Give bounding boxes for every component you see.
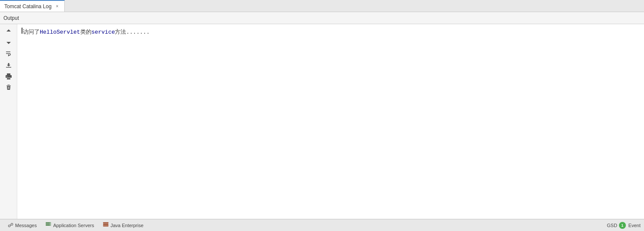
java-enterprise-icon: [103, 222, 109, 229]
toolbar: Output: [0, 12, 644, 24]
cursor: [22, 28, 22, 34]
status-bar: ☍ Messages Application Servers Java Ente…: [0, 219, 644, 231]
svg-rect-0: [6, 67, 11, 68]
scroll-down-button[interactable]: [3, 37, 15, 47]
output-area: 访问了 HelloServlet 类的 service 方法.......: [17, 24, 644, 219]
gsd-label: GSD: [607, 223, 617, 228]
trash-icon: [5, 84, 12, 91]
messages-label: Messages: [15, 223, 37, 228]
sidebar-actions: [0, 24, 17, 219]
output-text-highlight2: service: [92, 28, 115, 37]
output-line-1: 访问了 HelloServlet 类的 service 方法.......: [22, 28, 640, 37]
tab-label: Tomcat Catalina Log: [4, 3, 51, 9]
app-servers-label: Application Servers: [53, 223, 94, 228]
app-servers-status-item[interactable]: Application Servers: [41, 219, 98, 231]
svg-rect-6: [103, 224, 108, 225]
output-text-before: 访问了: [23, 28, 40, 37]
svg-rect-7: [103, 225, 108, 227]
scroll-up-button[interactable]: [3, 26, 15, 36]
messages-status-item[interactable]: ☍ Messages: [3, 219, 41, 231]
print-button[interactable]: [3, 71, 15, 81]
tab-close-button[interactable]: ×: [54, 3, 60, 9]
wrap-icon: [5, 50, 12, 57]
output-text-after: 方法.......: [115, 28, 150, 37]
wrap-button[interactable]: [3, 48, 15, 59]
svg-rect-5: [103, 222, 108, 224]
output-text-highlight1: HelloServlet: [40, 28, 80, 37]
java-enterprise-label: Java Enterprise: [110, 223, 143, 228]
svg-point-3: [50, 223, 51, 224]
status-bar-right: GSD 1 Event: [607, 222, 641, 229]
content-area: 访问了 HelloServlet 类的 service 方法.......: [0, 24, 644, 219]
clear-button[interactable]: [3, 82, 15, 92]
messages-icon: ☍: [8, 222, 13, 228]
save-icon: [5, 61, 12, 68]
print-icon: [5, 73, 12, 79]
tab-tomcat-catalina-log[interactable]: Tomcat Catalina Log ×: [0, 0, 65, 12]
arrow-down-icon: [5, 39, 12, 46]
tab-bar: Tomcat Catalina Log ×: [0, 0, 644, 12]
java-enterprise-status-item[interactable]: Java Enterprise: [98, 219, 148, 231]
app-servers-icon: [45, 222, 51, 229]
event-label: Event: [628, 223, 641, 228]
arrow-up-icon: [5, 28, 12, 35]
output-label: Output: [3, 15, 19, 21]
gsd-badge: 1: [619, 222, 626, 229]
output-text-middle: 类的: [80, 28, 92, 37]
svg-point-4: [50, 225, 51, 225]
save-button[interactable]: [3, 60, 15, 70]
